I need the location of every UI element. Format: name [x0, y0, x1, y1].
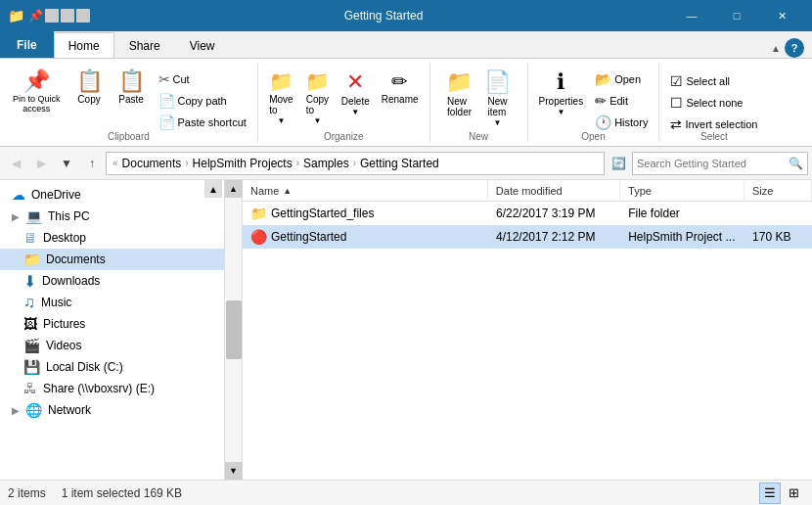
up-button[interactable]: ↑: [80, 152, 104, 175]
sidebar-item-onedrive[interactable]: ☁ OneDrive: [0, 184, 224, 206]
open-icon: 📂: [595, 71, 611, 87]
history-button[interactable]: 🕐 History: [590, 112, 653, 133]
ribbon-expand-icon[interactable]: ▲: [771, 43, 781, 54]
copy-to-label: Copyto: [306, 94, 329, 115]
file-row-1[interactable]: 📁 GettingStarted_files 6/22/2017 3:19 PM…: [243, 202, 812, 225]
search-input[interactable]: [637, 158, 787, 169]
sidebar-label-downloads: Downloads: [42, 274, 100, 288]
col-date-label: Date modified: [496, 185, 563, 197]
view-controls: ☰ ⊞: [759, 482, 804, 504]
col-header-name[interactable]: Name ▲: [243, 180, 488, 201]
col-header-size[interactable]: Size: [744, 180, 812, 201]
sort-icon: ▲: [283, 186, 292, 196]
sidebar-scrollbar[interactable]: ▲ ▼: [225, 180, 243, 480]
delete-label: Delete: [341, 96, 370, 107]
sidebar-item-desktop[interactable]: 🖥 Desktop: [0, 227, 224, 249]
col-size-label: Size: [752, 185, 773, 197]
breadcrumb-documents[interactable]: Documents: [122, 157, 182, 170]
paste-shortcut-label: Paste shortcut: [178, 116, 247, 128]
new-item-label: Newitem: [488, 96, 508, 117]
select-all-button[interactable]: ☑ Select all: [665, 70, 762, 92]
ribbon-group-clipboard: 📌 Pin to Quickaccess 📋 Copy 📋 Paste ✂ Cu…: [0, 63, 258, 142]
sidebar-scroll-down-btn[interactable]: ▼: [225, 462, 243, 480]
sidebar-item-thispc[interactable]: ▶ 💻 This PC: [0, 206, 224, 227]
refresh-button[interactable]: 🔄: [607, 152, 630, 175]
edit-button[interactable]: ✏ Edit: [590, 90, 653, 112]
breadcrumb-helpsmith[interactable]: HelpSmith Projects: [193, 157, 293, 170]
tab-file[interactable]: File: [0, 30, 54, 58]
sidebar-item-pictures[interactable]: 🖼 Pictures: [0, 313, 224, 335]
sidebar-scroll-up[interactable]: ▲: [204, 180, 222, 198]
paste-button[interactable]: 📋 Paste: [112, 67, 152, 109]
select-none-button[interactable]: ☐ Select none: [665, 92, 762, 114]
file-name-2: 🔴 GettingStarted: [243, 227, 488, 247]
copy-to-button[interactable]: 📁 Copyto ▼: [300, 67, 335, 128]
large-icons-view-button[interactable]: ⊞: [783, 482, 804, 504]
minimize-button[interactable]: —: [669, 0, 714, 31]
forward-button[interactable]: ▶: [29, 152, 53, 175]
new-folder-icon: 📁: [446, 69, 473, 95]
new-folder-button[interactable]: 📁 Newfolder: [441, 67, 477, 120]
file-icon-2: 🔴: [250, 229, 267, 245]
ribbon-group-organize: 📁 Moveto ▼ 📁 Copyto ▼ ✕ Delete ▼ ✏ Renam…: [258, 63, 430, 142]
breadcrumb-samples[interactable]: Samples: [303, 157, 349, 170]
edit-label: Edit: [609, 95, 628, 107]
open-button[interactable]: 📂 Open: [590, 69, 653, 90]
sidebar-label-desktop: Desktop: [43, 231, 86, 245]
sidebar-item-documents[interactable]: 📁 Documents: [0, 249, 224, 270]
sidebar-label-onedrive: OneDrive: [31, 188, 81, 202]
cut-icon: ✂: [158, 71, 170, 87]
properties-button[interactable]: ℹ Properties ▼: [534, 67, 589, 119]
tab-view[interactable]: View: [175, 32, 230, 58]
open-buttons: ℹ Properties ▼ 📂 Open ✏ Edit 🕐 History: [534, 63, 654, 142]
music-icon: ♫: [23, 294, 35, 311]
copy-path-icon: 📄: [158, 93, 175, 109]
rename-icon: ✏: [391, 69, 408, 93]
col-type-label: Type: [628, 185, 652, 197]
new-item-button[interactable]: 📄 Newitem ▼: [479, 67, 516, 130]
breadcrumb-arrow2: ›: [296, 158, 299, 168]
details-view-button[interactable]: ☰: [759, 482, 781, 504]
sidebar-item-localc[interactable]: 💾 Local Disk (C:): [0, 356, 224, 378]
sidebar-item-network[interactable]: ▶ 🌐 Network: [0, 399, 224, 421]
move-to-button[interactable]: 📁 Moveto ▼: [264, 67, 298, 128]
sidebar-item-downloads[interactable]: ⬇ Downloads: [0, 270, 224, 292]
network-icon: 🌐: [25, 402, 42, 418]
search-icon: 🔍: [789, 157, 803, 170]
select-none-icon: ☐: [670, 95, 683, 111]
col-header-type[interactable]: Type: [620, 180, 744, 201]
sidebar-scroll-up-btn[interactable]: ▲: [225, 180, 243, 198]
breadcrumb-gettingstarted[interactable]: Getting Started: [360, 157, 439, 170]
new-item-icon: 📄: [484, 69, 511, 95]
sidebar-item-videos[interactable]: 🎬 Videos: [0, 335, 224, 356]
sidebar-item-share[interactable]: 🖧 Share (\\vboxsrv) (E:): [0, 378, 224, 399]
sidebar-label-localc: Local Disk (C:): [46, 360, 123, 374]
file-list: Name ▲ Date modified Type Size 📁 Getting…: [243, 180, 812, 480]
col-header-date[interactable]: Date modified: [488, 180, 620, 201]
cut-button[interactable]: ✂ Cut: [154, 69, 251, 90]
main-content: ▲ ☁ OneDrive ▶ 💻 This PC 🖥 Desktop 📁 Doc…: [0, 180, 812, 480]
move-to-arrow-icon: ▼: [277, 116, 285, 125]
pictures-icon: 🖼: [23, 316, 37, 332]
tab-home[interactable]: Home: [54, 32, 114, 58]
open-group-label: Open: [528, 131, 659, 142]
ribbon-group-open: ℹ Properties ▼ 📂 Open ✏ Edit 🕐 History: [528, 63, 660, 142]
maximize-button[interactable]: □: [714, 0, 759, 31]
copy-button[interactable]: 📋 Copy: [69, 67, 110, 109]
breadcrumb-arrow3: ›: [353, 158, 356, 168]
sidebar-item-music[interactable]: ♫ Music: [0, 292, 224, 313]
back-button[interactable]: ◀: [4, 152, 27, 175]
address-path[interactable]: « Documents › HelpSmith Projects › Sampl…: [106, 152, 605, 175]
tab-share[interactable]: Share: [114, 32, 175, 58]
pin-to-quick-access-button[interactable]: 📌 Pin to Quickaccess: [6, 67, 68, 117]
paste-shortcut-button[interactable]: 📄 Paste shortcut: [154, 112, 251, 133]
close-button[interactable]: ✕: [759, 0, 804, 31]
desktop-icon: 🖥: [23, 230, 37, 246]
recent-button[interactable]: ▼: [55, 152, 78, 175]
rename-button[interactable]: ✏ Rename: [377, 67, 424, 108]
properties-label: Properties: [539, 96, 584, 107]
help-icon[interactable]: ?: [785, 38, 804, 58]
delete-button[interactable]: ✕ Delete ▼: [337, 67, 375, 119]
file-row-2[interactable]: 🔴 GettingStarted 4/12/2017 2:12 PM HelpS…: [243, 225, 812, 249]
copy-path-button[interactable]: 📄 Copy path: [154, 90, 251, 112]
